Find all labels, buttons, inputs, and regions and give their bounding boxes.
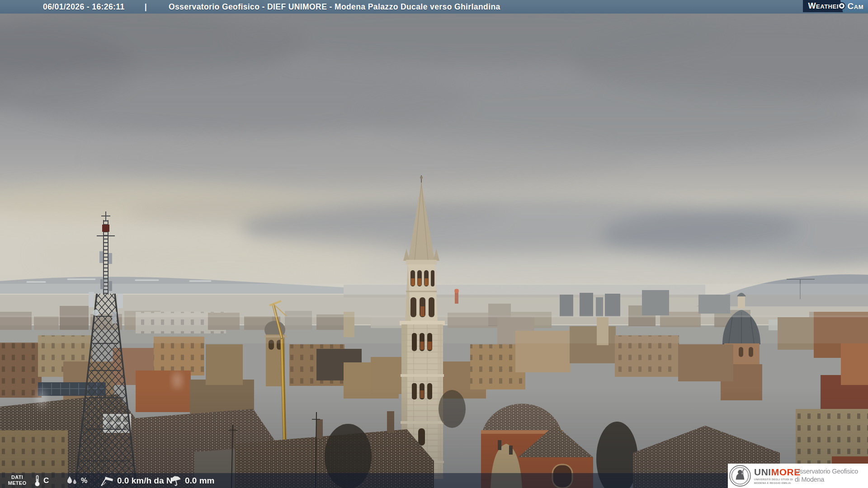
weathercam-word-weather: Weather bbox=[808, 1, 841, 11]
unimore-seal-icon bbox=[729, 465, 751, 487]
separator: | bbox=[145, 2, 147, 12]
humidity-readout: % bbox=[66, 473, 87, 488]
wind-readout: 0.0 km/h da N bbox=[99, 473, 173, 488]
observatory-name: Osservatorio Geofisico di Modena bbox=[795, 467, 858, 483]
thermometer-icon bbox=[34, 475, 40, 487]
university-subtitle-line2: MODENA E REGGIO EMILIA bbox=[754, 482, 793, 485]
weathercam-logo: Weather Cam bbox=[803, 0, 868, 12]
temperature-readout: C bbox=[34, 473, 49, 488]
umbrella-icon bbox=[170, 475, 182, 487]
rain-readout: 0.0 mm bbox=[170, 473, 214, 488]
observatory-name-line2: di Modena bbox=[795, 475, 858, 483]
rain-value: 0.0 mm bbox=[185, 476, 214, 486]
university-subtitle-line1: UNIVERSITÀ DEGLI STUDI DI bbox=[754, 478, 793, 482]
webcam-title: Osservatorio Geofisico - DIEF UNIMORE - … bbox=[169, 2, 500, 12]
unimore-word-uni: UNI bbox=[754, 467, 771, 477]
temperature-unit: C bbox=[43, 476, 49, 485]
weather-label-line1: DATI bbox=[5, 474, 30, 480]
camera-lens-icon bbox=[838, 2, 845, 9]
weather-label-line2: METEO bbox=[5, 480, 30, 486]
wind-value: 0.0 km/h da N bbox=[117, 476, 173, 486]
observatory-name-line1: Osservatorio Geofisico bbox=[795, 467, 858, 475]
timestamp: 06/01/2026 - 16:26:11 bbox=[43, 2, 125, 12]
unimore-wordmark: UNIMORE bbox=[754, 467, 801, 478]
windsock-icon bbox=[99, 475, 114, 487]
weathercam-word-cam: Cam bbox=[848, 1, 863, 11]
water-drops-icon bbox=[66, 475, 78, 486]
university-subtitle: UNIVERSITÀ DEGLI STUDI DI MODENA E REGGI… bbox=[754, 478, 793, 485]
webcam-frame: 06/01/2026 - 16:26:11 | Osservatorio Geo… bbox=[0, 0, 868, 488]
weathercam-logo-left: Weather bbox=[803, 0, 843, 12]
top-status-bar: 06/01/2026 - 16:26:11 | Osservatorio Geo… bbox=[0, 0, 868, 14]
unimore-branding-box: UNIMORE UNIVERSITÀ DEGLI STUDI DI MODENA… bbox=[728, 464, 868, 488]
modena-cityscape-photo bbox=[0, 0, 868, 488]
humidity-unit: % bbox=[81, 477, 87, 485]
weather-data-label: DATI METEO bbox=[5, 474, 30, 486]
